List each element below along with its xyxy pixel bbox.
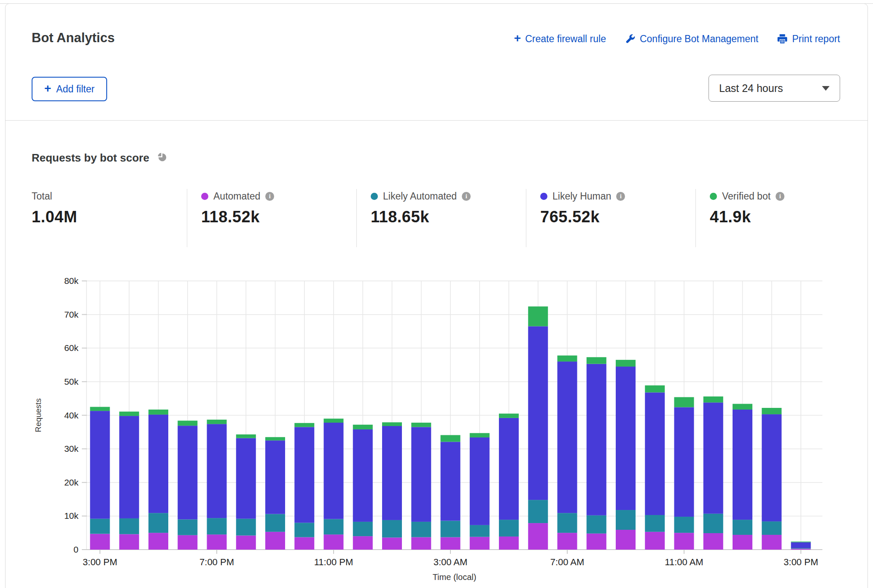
bar-1-00-PM[interactable] [733,404,752,550]
bar-3-00-PM[interactable] [791,542,811,550]
bar-6-00-AM[interactable] [528,307,548,550]
svg-text:20k: 20k [64,477,78,487]
bar-2-00-PM[interactable] [762,408,781,550]
bar-11-00-AM[interactable] [674,397,694,550]
bar-12-00-PM[interactable] [703,396,723,550]
bar-8-00-AM[interactable] [587,357,606,550]
svg-text:11:00 AM: 11:00 AM [665,557,703,567]
x-axis-title: Time (local) [433,572,477,582]
bar-3-00-PM[interactable] [90,407,110,550]
bar-4-00-PM[interactable] [119,412,139,550]
y-axis-title: Requests [34,398,43,432]
bar-11-00-PM[interactable] [324,418,344,550]
svg-text:3:00 PM: 3:00 PM [83,557,117,567]
bar-1-00-AM[interactable] [382,422,402,550]
svg-text:10k: 10k [64,511,78,521]
bar-3-00-AM[interactable] [441,435,461,550]
svg-text:0: 0 [73,545,78,554]
svg-text:80k: 80k [64,276,78,286]
svg-text:3:00 PM: 3:00 PM [784,557,818,567]
bar-10-00-PM[interactable] [294,423,314,550]
bar-7-00-AM[interactable] [558,356,577,550]
bar-12-00-AM[interactable] [353,425,373,550]
svg-text:11:00 PM: 11:00 PM [314,557,353,567]
svg-text:50k: 50k [64,377,78,386]
svg-text:7:00 PM: 7:00 PM [199,557,234,567]
bar-2-00-AM[interactable] [411,423,431,550]
bar-4-00-AM[interactable] [470,433,490,550]
svg-text:7:00 AM: 7:00 AM [550,557,585,567]
bot-analytics-page: Bot Analytics + Create firewall rule Con… [0,0,873,588]
requests-by-bot-score-chart: 010k20k30k40k50k60k70k80k3:00 PM7:00 PM1… [0,0,873,588]
bar-7-00-PM[interactable] [207,420,227,550]
bar-6-00-PM[interactable] [178,421,197,550]
bar-10-00-AM[interactable] [645,386,665,550]
bar-9-00-AM[interactable] [616,360,636,550]
bar-8-00-PM[interactable] [236,434,256,550]
svg-text:70k: 70k [64,310,78,319]
bar-5-00-AM[interactable] [499,414,519,550]
x-axis-labels: 3:00 PM7:00 PM11:00 PM3:00 AM7:00 AM11:0… [83,550,818,567]
svg-text:40k: 40k [64,410,78,420]
bar-9-00-PM[interactable] [265,437,285,550]
svg-text:60k: 60k [64,343,78,353]
bar-5-00-PM[interactable] [148,410,168,550]
y-axis-labels: 010k20k30k40k50k60k70k80k [64,276,87,554]
svg-text:30k: 30k [64,444,78,453]
svg-text:3:00 AM: 3:00 AM [434,557,468,567]
